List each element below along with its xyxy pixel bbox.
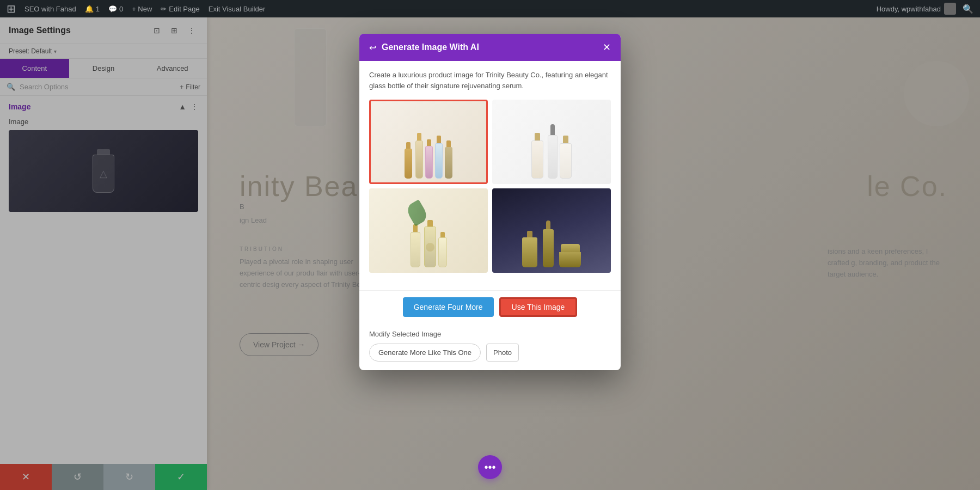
comment-count: 0 (119, 5, 123, 13)
notification-count: 1 (96, 5, 100, 13)
product-image-3 (369, 188, 488, 273)
image-cell-4[interactable] (492, 188, 611, 273)
product-image-2 (492, 100, 611, 184)
notification-icon: 🔔 (85, 5, 94, 13)
product-image-1 (369, 100, 488, 184)
modal-header-left: ↩ Generate Image With AI (369, 42, 479, 53)
three-dots-icon: ••• (484, 461, 495, 474)
avatar (944, 3, 956, 15)
product-image-4 (492, 188, 611, 273)
exit-builder-button[interactable]: Exit Visual Builder (209, 5, 266, 13)
photo-type-select[interactable]: Photo (486, 344, 519, 362)
pencil-icon: ✏ (161, 5, 167, 13)
admin-bar: ⊞ SEO with Fahad 🔔 1 💬 0 + New ✏ Edit Pa… (0, 0, 980, 17)
modal-overlay: ↩ Generate Image With AI ✕ Create a luxu… (0, 17, 980, 490)
modal-close-button[interactable]: ✕ (603, 41, 611, 53)
ai-image-modal: ↩ Generate Image With AI ✕ Create a luxu… (359, 34, 621, 370)
edit-page-button[interactable]: ✏ Edit Page (161, 5, 199, 13)
image-cell-1[interactable] (369, 100, 488, 184)
image-cell-2[interactable] (492, 100, 611, 184)
search-icon[interactable]: 🔍 (963, 4, 973, 14)
wordpress-logo-icon: ⊞ (7, 2, 16, 15)
site-name-label: SEO with Fahad (24, 5, 76, 13)
howdy-label: Howdy, wpwithfahad (877, 3, 956, 15)
use-this-image-button[interactable]: Use This Image (499, 297, 578, 317)
modal-back-button[interactable]: ↩ (369, 42, 376, 53)
image-cell-3[interactable] (369, 188, 488, 273)
notifications[interactable]: 🔔 1 (85, 5, 100, 13)
modal-footer: Generate Four More Use This Image (359, 290, 621, 323)
comment-icon: 💬 (108, 5, 117, 13)
modal-description: Create a luxurious product image for Tri… (369, 70, 611, 91)
modify-controls: Generate More Like This One Photo (369, 344, 611, 362)
site-name[interactable]: SEO with Fahad (24, 5, 76, 13)
modify-label: Modify Selected Image (369, 330, 611, 338)
modal-body: Create a luxurious product image for Tri… (359, 61, 621, 290)
modal-title: Generate Image With AI (382, 42, 479, 52)
image-grid (369, 100, 611, 273)
admin-bar-right: Howdy, wpwithfahad 🔍 (877, 3, 973, 15)
modal-header: ↩ Generate Image With AI ✕ (359, 34, 621, 61)
comments[interactable]: 💬 0 (108, 5, 123, 13)
modify-section: Modify Selected Image Generate More Like… (359, 323, 621, 370)
three-dots-button[interactable]: ••• (478, 455, 502, 479)
new-button[interactable]: + New (132, 5, 152, 13)
generate-more-like-button[interactable]: Generate More Like This One (369, 344, 481, 362)
howdy-text: Howdy, wpwithfahad (877, 5, 941, 13)
edit-page-label: Edit Page (169, 5, 199, 13)
generate-four-more-button[interactable]: Generate Four More (403, 297, 494, 317)
